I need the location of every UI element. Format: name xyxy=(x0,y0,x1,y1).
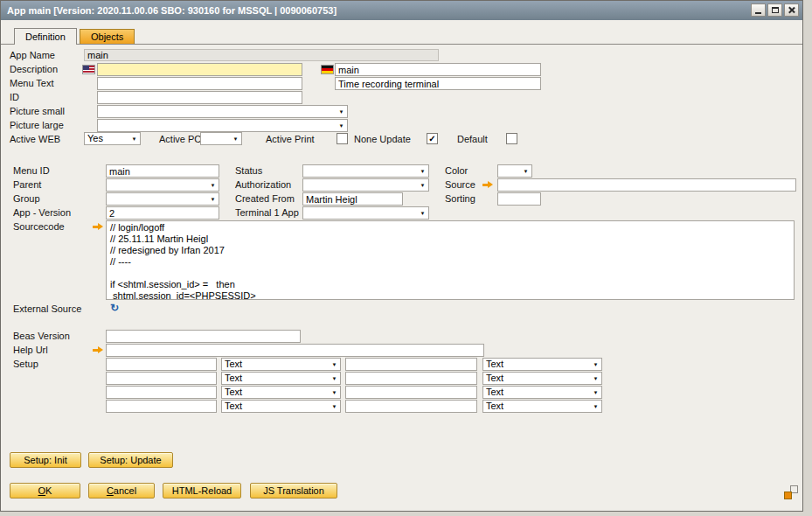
description-label: Description xyxy=(10,64,58,74)
parent-combo[interactable]: ▼ xyxy=(106,178,219,192)
active-web-label: Active WEB xyxy=(10,134,60,144)
tab-strip-line xyxy=(1,44,802,45)
app-name-field: main xyxy=(84,49,439,61)
chevron-down-icon: ▼ xyxy=(521,165,531,177)
chevron-down-icon: ▼ xyxy=(591,359,600,370)
beas-version-input[interactable] xyxy=(106,330,301,343)
setup-row-4-value-1[interactable] xyxy=(106,400,217,413)
status-combo[interactable]: ▼ xyxy=(302,164,429,178)
group-combo[interactable]: ▼ xyxy=(106,192,219,206)
link-arrow-icon[interactable] xyxy=(93,346,104,354)
app-version-label: App - Version xyxy=(13,207,71,218)
title-bar[interactable]: App main [Version: 2020.11.00.06 SBO: 93… xyxy=(1,1,802,20)
cancel-button[interactable]: Cancel xyxy=(88,483,155,499)
setup-row-1-value-2[interactable] xyxy=(345,358,477,371)
link-arrow-icon[interactable] xyxy=(93,223,104,231)
setup-type-value: Text xyxy=(486,359,503,370)
form-resize-icon[interactable] xyxy=(784,485,798,499)
chevron-down-icon: ▼ xyxy=(418,179,427,191)
parent-label: Parent xyxy=(13,179,41,190)
setup-row-4-type-2[interactable]: Text ▼ xyxy=(482,400,602,413)
setup-type-value: Text xyxy=(486,387,503,398)
setup-row-4-value-2[interactable] xyxy=(345,400,477,413)
setup-row-4-type-1[interactable]: Text ▼ xyxy=(221,400,341,413)
created-from-input[interactable] xyxy=(302,192,403,206)
none-update-checkbox[interactable]: ✓ xyxy=(427,133,438,144)
chevron-down-icon: ▼ xyxy=(330,401,339,412)
chevron-down-icon: ▼ xyxy=(330,387,339,398)
app-version-input[interactable] xyxy=(106,206,219,220)
description-en-input[interactable] xyxy=(97,63,302,76)
menu-id-input[interactable] xyxy=(106,164,219,178)
setup-update-button[interactable]: Setup: Update xyxy=(88,452,173,468)
setup-type-value: Text xyxy=(225,401,242,412)
close-button[interactable] xyxy=(784,3,799,17)
setup-row-2-type-1[interactable]: Text ▼ xyxy=(221,372,341,385)
chevron-down-icon: ▼ xyxy=(337,106,346,117)
cancel-label: Cancel xyxy=(107,485,136,496)
html-reload-button[interactable]: HTML-Reload xyxy=(163,483,241,499)
active-web-value: Yes xyxy=(87,133,103,144)
setup-row-3-value-2[interactable] xyxy=(345,386,477,399)
chevron-down-icon: ▼ xyxy=(418,165,427,177)
id-input[interactable] xyxy=(97,91,302,104)
external-source-icon[interactable]: ↻ xyxy=(108,302,121,314)
us-flag-icon[interactable] xyxy=(82,65,95,74)
html-reload-label: HTML-Reload xyxy=(172,485,232,496)
setup-row-1-type-1[interactable]: Text ▼ xyxy=(221,358,341,371)
active-pc-combo[interactable]: ▼ xyxy=(200,132,242,145)
help-url-label: Help Url xyxy=(13,345,48,355)
created-from-label: Created From xyxy=(235,193,295,204)
chevron-down-icon: ▼ xyxy=(591,373,600,384)
js-translation-button[interactable]: JS Translation xyxy=(250,483,337,499)
minimize-icon xyxy=(755,12,761,14)
minimize-button[interactable] xyxy=(751,3,766,17)
german-flag-icon[interactable] xyxy=(321,65,334,74)
setup-row-2-type-2[interactable]: Text ▼ xyxy=(482,372,602,385)
tab-definition[interactable]: Definition xyxy=(14,28,77,45)
description-de-input[interactable] xyxy=(335,63,541,76)
default-label: Default xyxy=(457,134,488,144)
setup-row-3-type-2[interactable]: Text ▼ xyxy=(482,386,602,399)
menu-text-de-input[interactable] xyxy=(335,77,541,90)
setup-row-2-value-2[interactable] xyxy=(345,372,477,385)
default-checkbox[interactable] xyxy=(506,133,517,144)
setup-init-button[interactable]: Setup: Init xyxy=(10,452,81,468)
setup-row-2-value-1[interactable] xyxy=(106,372,217,385)
menu-text-input[interactable] xyxy=(97,77,302,90)
active-web-combo[interactable]: Yes ▼ xyxy=(84,132,141,145)
chevron-down-icon: ▼ xyxy=(208,179,218,191)
setup-update-label: Setup: Update xyxy=(100,455,161,465)
authorization-label: Authorization xyxy=(235,179,291,190)
terminal-1-app-combo[interactable]: ▼ xyxy=(302,206,429,220)
color-combo[interactable]: ▼ xyxy=(497,164,532,178)
group-label: Group xyxy=(13,193,40,204)
ok-label: OK xyxy=(38,485,52,496)
js-translation-label: JS Translation xyxy=(263,485,324,496)
window-title: App main [Version: 2020.11.00.06 SBO: 93… xyxy=(7,5,337,16)
sourcecode-textarea[interactable]: // login/logoff // 25.11.11 Martin Heigl… xyxy=(106,220,795,300)
setup-row-3-value-1[interactable] xyxy=(106,386,217,399)
picture-large-combo[interactable]: ▼ xyxy=(97,119,348,132)
setup-row-3-type-1[interactable]: Text ▼ xyxy=(221,386,341,399)
link-arrow-icon[interactable] xyxy=(482,181,494,189)
setup-row-1-type-2[interactable]: Text ▼ xyxy=(482,358,602,371)
help-url-input[interactable] xyxy=(106,344,484,357)
sorting-label: Sorting xyxy=(445,193,475,204)
active-pc-label: Active PC xyxy=(159,134,201,144)
tab-objects[interactable]: Objects xyxy=(80,29,135,44)
authorization-combo[interactable]: ▼ xyxy=(302,178,429,192)
app-name-label: App Name xyxy=(10,50,55,60)
sorting-input[interactable] xyxy=(497,192,541,206)
setup-row-1-value-1[interactable] xyxy=(106,358,217,371)
picture-small-combo[interactable]: ▼ xyxy=(97,105,348,118)
sourcecode-label: Sourcecode xyxy=(13,221,65,232)
setup-type-value: Text xyxy=(486,401,503,412)
active-print-checkbox[interactable] xyxy=(337,133,348,144)
chevron-down-icon: ▼ xyxy=(129,133,139,144)
source-input[interactable] xyxy=(497,178,796,192)
maximize-button[interactable] xyxy=(767,3,782,17)
chevron-down-icon: ▼ xyxy=(591,401,600,412)
menu-id-label: Menu ID xyxy=(13,165,50,176)
ok-button[interactable]: OK xyxy=(10,483,80,499)
